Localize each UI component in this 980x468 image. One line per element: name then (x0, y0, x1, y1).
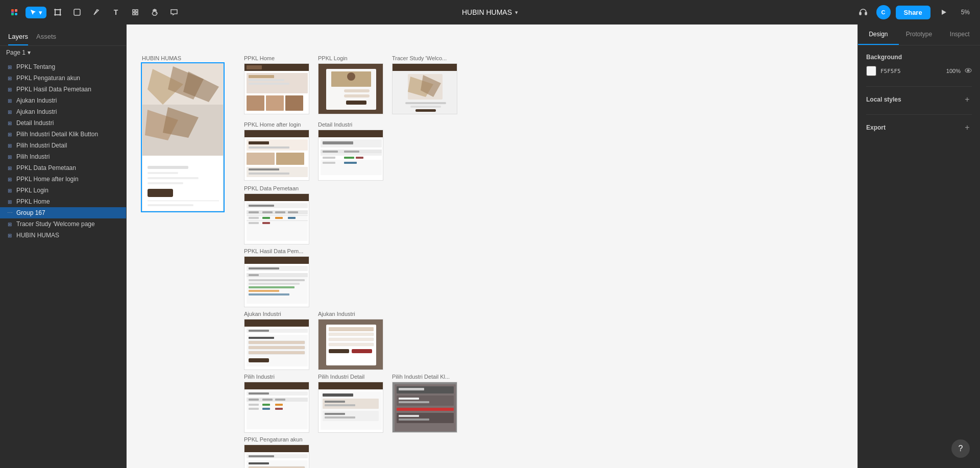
layer-name: PPKL Home after login (16, 176, 79, 183)
layer-item-hubin-humas[interactable]: ⊞ HUBIN HUMAS (0, 230, 126, 241)
svg-rect-151 (323, 393, 353, 397)
layer-item-ppkl-pengaturan[interactable]: ⊞ PPKL Pengaturan akun (0, 72, 126, 84)
layer-item-pilih-klik[interactable]: ⊞ Pilih Industri Detail Klik Button (0, 129, 126, 140)
ppkl-hasil-data-label: PPKL Hasil Data Pem... (244, 248, 309, 254)
svg-rect-121 (249, 341, 305, 344)
layer-item-pilih-industri[interactable]: ⊞ Pilih Industri (0, 151, 126, 162)
layer-item-pilih-detail[interactable]: ⊞ Pilih Industri Detail (0, 140, 126, 151)
shape-tool[interactable] (69, 4, 85, 20)
frame-icon: ⊞ (6, 108, 13, 115)
layer-item-ppkl-hasil[interactable]: ⊞ PPKL Hasil Data Pemetaan (0, 84, 126, 95)
svg-rect-150 (321, 391, 382, 430)
tab-design[interactable]: Design (858, 24, 899, 45)
svg-rect-38 (249, 75, 274, 78)
pilih-industri-detail-frame[interactable] (318, 382, 383, 433)
export-section: Export + (866, 123, 972, 132)
local-styles-add-button[interactable]: + (963, 95, 972, 104)
layer-name: Tracer Study 'Welcome page (16, 220, 95, 228)
svg-rect-13 (133, 13, 135, 15)
ppkl-hasil-data-frame[interactable] (244, 256, 309, 307)
ajukan-industri-2-frame[interactable] (318, 319, 383, 370)
svg-rect-113 (249, 290, 279, 292)
move-tool[interactable]: ▾ (26, 7, 46, 18)
svg-rect-152 (323, 399, 379, 409)
svg-rect-75 (323, 151, 338, 153)
background-opacity[interactable]: 100% (946, 68, 961, 74)
play-button[interactable] (936, 4, 952, 20)
layer-item-ppkl-home-after[interactable]: ⊞ PPKL Home after login (0, 174, 126, 185)
pilih-industri-kl-frame[interactable] (392, 382, 457, 433)
svg-rect-157 (325, 416, 355, 418)
user-avatar[interactable]: C (876, 5, 891, 19)
svg-rect-165 (397, 408, 454, 411)
ppkl-home-after-frame[interactable] (244, 130, 309, 181)
frame-tool[interactable] (50, 4, 66, 20)
share-button[interactable]: Share (896, 6, 930, 19)
tab-layers[interactable]: Layers (8, 29, 28, 45)
sidebar-header: Page 1 ▾ (0, 46, 126, 59)
svg-rect-77 (321, 155, 382, 155)
ppkl-login-frame[interactable] (318, 63, 383, 114)
layer-item-detail-industri[interactable]: ⊞ Detail Industri (0, 117, 126, 129)
background-title: Background (866, 54, 902, 61)
export-add-button[interactable]: + (963, 123, 972, 132)
toolbar-center: HUBIN HUMAS ▾ (462, 8, 518, 16)
background-color-swatch[interactable] (866, 66, 876, 76)
svg-rect-5 (55, 10, 60, 15)
project-name[interactable]: HUBIN HUMAS (462, 8, 512, 16)
project-dropdown-arrow[interactable]: ▾ (515, 9, 518, 16)
detail-industri-frame[interactable] (318, 130, 383, 181)
svg-rect-102 (262, 222, 270, 224)
background-visibility-toggle[interactable] (965, 67, 972, 76)
pilih-industri-detail-group: Pilih Industri Detail (318, 374, 383, 433)
svg-rect-147 (275, 408, 283, 410)
pilih-industri-label: Pilih Industri (244, 374, 309, 380)
figma-logo-button[interactable] (6, 4, 22, 20)
svg-rect-43 (285, 95, 303, 111)
layer-item-group-167[interactable]: ⋯ Group 167 (0, 207, 126, 218)
detail-industri-group: Detail Industri (318, 121, 383, 181)
svg-rect-112 (249, 286, 295, 288)
layer-item-ajukan-2[interactable]: ⊞ Ajukan Industri (0, 106, 126, 117)
tracer-welcome-frame[interactable] (392, 63, 457, 114)
svg-rect-129 (329, 338, 374, 341)
svg-rect-42 (266, 95, 284, 111)
ppkl-home-frame[interactable] (244, 63, 309, 114)
hand-tool[interactable] (146, 4, 163, 20)
svg-rect-124 (249, 358, 269, 362)
tracer-welcome-label: Tracer Study 'Welco... (392, 55, 457, 61)
help-button[interactable]: ? (951, 439, 970, 458)
components-tool[interactable] (127, 4, 143, 20)
text-tool[interactable]: T (108, 4, 124, 20)
page-selector[interactable]: Page 1 ▾ (6, 49, 31, 56)
headphone-icon[interactable] (855, 4, 871, 20)
layer-item-ppkl-data[interactable]: ⊞ PPKL Data Pemetaan (0, 162, 126, 174)
hubin-humas-frame[interactable] (142, 63, 224, 211)
layer-item-tracer-study[interactable]: ⊞ Tracer Study 'Welcome page (0, 218, 126, 230)
tab-assets[interactable]: Assets (36, 29, 56, 45)
frame-icon: ⊞ (6, 86, 13, 93)
comment-tool[interactable] (166, 4, 182, 20)
layer-item-ppkl-login[interactable]: ⊞ PPKL Login (0, 185, 126, 196)
layer-name: PPKL Hasil Data Pemetaan (16, 86, 91, 93)
ppkl-pengaturan-frame[interactable] (244, 445, 309, 468)
layer-item-ppkl-home[interactable]: ⊞ PPKL Home (0, 196, 126, 207)
layer-name: PPKL Login (16, 187, 48, 194)
tab-prototype[interactable]: Prototype (899, 24, 940, 45)
zoom-level[interactable]: 5% (957, 7, 974, 18)
frame-icon: ⊞ (6, 97, 13, 104)
tab-inspect[interactable]: Inspect (939, 24, 980, 45)
background-color-hex[interactable]: F5F5F5 (880, 68, 901, 75)
svg-rect-84 (344, 162, 357, 164)
ajukan-industri-1-group: Ajukan Industri (244, 311, 309, 370)
pilih-industri-frame[interactable] (244, 382, 309, 433)
ppkl-data-pemetaan-frame[interactable] (244, 193, 309, 244)
pen-tool[interactable] (88, 4, 105, 20)
layer-item-ppkl-tentang[interactable]: ⊞ PPKL Tentang (0, 61, 126, 72)
canvas-area[interactable]: HUBIN HUMAS (127, 24, 857, 468)
toolbar-left: ▾ T (6, 4, 182, 20)
svg-rect-164 (399, 401, 429, 403)
layer-item-ajukan-1[interactable]: ⊞ Ajukan Industri (0, 95, 126, 106)
export-title: Export (866, 124, 886, 131)
ajukan-industri-1-frame[interactable] (244, 319, 309, 370)
